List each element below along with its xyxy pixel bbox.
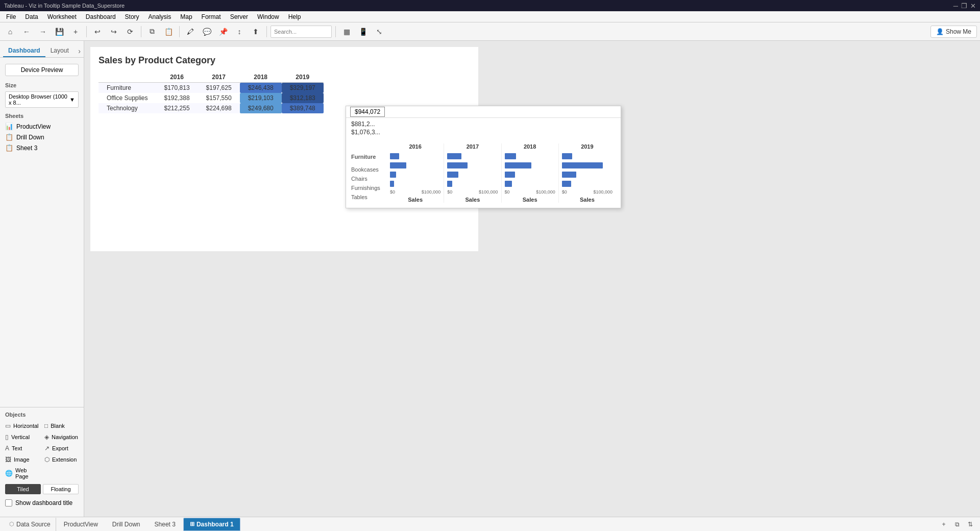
copy-btn[interactable]: ⧉ xyxy=(145,25,159,39)
tab-productview[interactable]: ProductView xyxy=(57,518,105,531)
axis-2017-min: $0 xyxy=(447,189,452,195)
row-furniture-2018: $246,438 xyxy=(240,83,282,93)
size-dropdown[interactable]: Desktop Browser (1000 x 8... ▼ xyxy=(5,91,79,108)
export-label: Export xyxy=(52,445,68,451)
arrow-btn[interactable]: ↕ xyxy=(232,25,247,39)
sidebar: Dashboard Layout › Device Preview Size D… xyxy=(0,41,84,517)
row-technology-2019: $389,748 xyxy=(282,103,324,113)
minimize-btn[interactable]: ─ xyxy=(953,2,958,10)
row-furniture-label: Furniture xyxy=(99,83,156,93)
home-btn[interactable]: ⌂ xyxy=(3,25,17,39)
highlight-btn[interactable]: 🖍 xyxy=(183,25,198,39)
menu-story[interactable]: Story xyxy=(121,12,143,21)
bar-tables-2018-fill xyxy=(505,181,512,187)
paste-btn[interactable]: 📋 xyxy=(161,25,176,39)
save-btn[interactable]: 💾 xyxy=(52,25,66,39)
maximize-btn[interactable]: ❐ xyxy=(961,2,967,10)
show-me-btn[interactable]: 👤 Show Me xyxy=(930,26,977,38)
table-row[interactable]: Furniture $170,813 $197,625 $246,438 $32… xyxy=(99,83,324,93)
extension-label: Extension xyxy=(52,456,77,463)
duplicate-sheet-btn[interactable]: ⧉ xyxy=(951,519,963,530)
show-title-checkbox[interactable] xyxy=(5,499,12,506)
bar-bookcases-2019 xyxy=(562,152,612,161)
bar-furnishings-2018 xyxy=(505,170,555,179)
bar-chairs-2019-fill xyxy=(562,162,603,168)
sidebar-collapse-btn[interactable]: › xyxy=(78,45,81,57)
tiled-floating-toggle: Tiled Floating xyxy=(3,481,81,497)
object-blank[interactable]: □ Blank xyxy=(42,421,81,431)
present-btn[interactable]: ▦ xyxy=(339,25,354,39)
objects-grid: ▭ Horizontal □ Blank ▯ Vertical ◈ Naviga… xyxy=(3,421,81,481)
bar-tables-2017-fill xyxy=(447,181,452,187)
pointer-btn[interactable]: ⬆ xyxy=(249,25,263,39)
search-input[interactable] xyxy=(271,26,332,38)
axis-2018: $0 $100,000 xyxy=(505,189,555,195)
menu-file[interactable]: File xyxy=(2,12,20,21)
pin-btn[interactable]: 📌 xyxy=(216,25,230,39)
bar-chairs-2018 xyxy=(505,161,555,170)
menu-analysis[interactable]: Analysis xyxy=(144,12,176,21)
tiled-btn[interactable]: Tiled xyxy=(5,484,41,494)
bar-chairs-2019 xyxy=(562,161,612,170)
object-navigation[interactable]: ◈ Navigation xyxy=(42,432,81,442)
sheet-item-sheet3[interactable]: 📋 Sheet 3 xyxy=(0,142,84,153)
object-image[interactable]: 🖼 Image xyxy=(3,454,41,465)
text-icon: A xyxy=(5,445,9,452)
tooltip-values: $881,2... $1,076,3... xyxy=(346,118,621,138)
menu-server[interactable]: Server xyxy=(226,12,252,21)
undo-btn[interactable]: ↩ xyxy=(90,25,105,39)
add-new-btn[interactable]: + xyxy=(68,25,83,39)
tab-dashboard1[interactable]: ⊞ Dashboard 1 xyxy=(183,518,240,531)
refresh-btn[interactable]: ⟳ xyxy=(123,25,137,39)
menu-data[interactable]: Data xyxy=(21,12,42,21)
show-me-label: Show Me xyxy=(946,28,971,35)
device-btn[interactable]: 📱 xyxy=(356,25,370,39)
webpage-icon: 🌐 xyxy=(5,470,13,477)
bar-tables-2016-fill xyxy=(390,181,394,187)
tooltip-btn[interactable]: 💬 xyxy=(200,25,214,39)
sep3 xyxy=(179,26,180,37)
category-label: Furniture xyxy=(351,154,387,163)
tab-dashboard[interactable]: Dashboard xyxy=(3,45,45,57)
tooltip-popup: $944,072 $881,2... $1,076,3... Furniture… xyxy=(346,106,621,208)
redo-btn[interactable]: ↪ xyxy=(107,25,121,39)
bar-bookcases-2017 xyxy=(447,152,498,161)
menu-format[interactable]: Format xyxy=(198,12,225,21)
close-btn[interactable]: ✕ xyxy=(970,2,976,10)
drilldown-icon: 📋 xyxy=(5,133,13,141)
floating-btn[interactable]: Floating xyxy=(43,484,79,494)
tab-drilldown[interactable]: Drill Down xyxy=(106,518,147,531)
bar-chairs-2016-fill xyxy=(390,162,406,168)
device-preview-btn[interactable]: Device Preview xyxy=(5,64,79,76)
object-extension[interactable]: ⬡ Extension xyxy=(42,454,81,465)
row-furniture-2019: $329,197 xyxy=(282,83,324,93)
datasource-tab[interactable]: ⬡ Data Source xyxy=(4,518,56,531)
share-btn[interactable]: ⤡ xyxy=(372,25,386,39)
add-sheet-btn[interactable]: + xyxy=(938,519,949,530)
menu-help[interactable]: Help xyxy=(284,12,305,21)
forward-btn[interactable]: → xyxy=(36,25,50,39)
object-webpage[interactable]: 🌐 Web Page xyxy=(3,466,41,481)
menu-map[interactable]: Map xyxy=(176,12,196,21)
object-text[interactable]: A Text xyxy=(3,443,41,453)
back-btn[interactable]: ← xyxy=(19,25,34,39)
menu-window[interactable]: Window xyxy=(253,12,283,21)
sheet-item-drilldown[interactable]: 📋 Drill Down xyxy=(0,132,84,142)
table-row[interactable]: Office Supplies $192,388 $157,550 $219,1… xyxy=(99,93,324,103)
tab-layout[interactable]: Layout xyxy=(45,45,74,57)
table-row[interactable]: Technology $212,255 $224,698 $249,680 $3… xyxy=(99,103,324,113)
text-label: Text xyxy=(12,445,22,451)
menu-dashboard[interactable]: Dashboard xyxy=(82,12,120,21)
window-controls[interactable]: ─ ❐ ✕ xyxy=(953,2,976,10)
object-vertical[interactable]: ▯ Vertical xyxy=(3,432,41,442)
sheet-item-productview[interactable]: 📊 ProductView xyxy=(0,121,84,132)
object-export[interactable]: ↗ Export xyxy=(42,443,81,453)
blank-icon: □ xyxy=(44,422,48,429)
tab-sheet3[interactable]: Sheet 3 xyxy=(148,518,182,531)
menu-worksheet[interactable]: Worksheet xyxy=(43,12,81,21)
horizontal-label: Horizontal xyxy=(13,423,39,429)
object-horizontal[interactable]: ▭ Horizontal xyxy=(3,421,41,431)
sort-sheet-btn[interactable]: ⇅ xyxy=(965,519,976,530)
productview-icon: 📊 xyxy=(5,123,13,130)
vertical-label: Vertical xyxy=(11,434,30,440)
